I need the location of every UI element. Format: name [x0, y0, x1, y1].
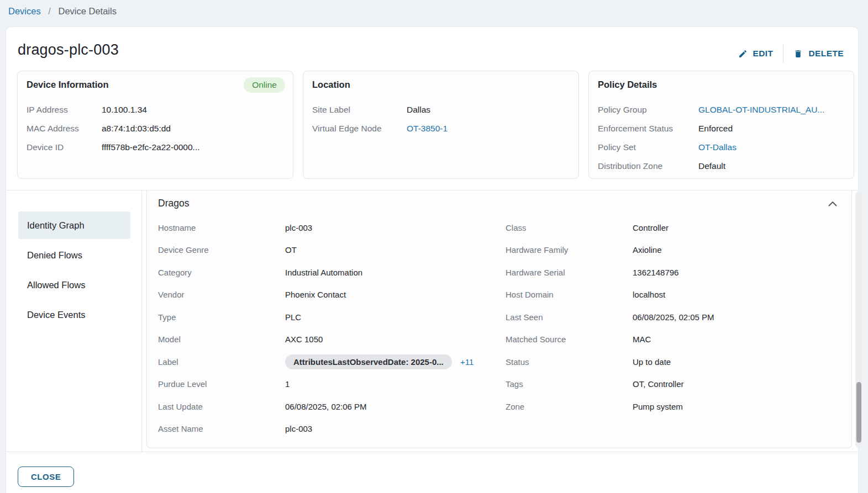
virtual-edge-node-link[interactable]: OT-3850-1	[407, 123, 448, 134]
edit-pencil-icon	[738, 49, 748, 59]
delete-button[interactable]: DELETE	[788, 45, 849, 62]
tab-section: Identity Graph Denied Flows Allowed Flow…	[6, 190, 858, 452]
field-value: OT, Controller	[633, 379, 684, 389]
card-title-location: Location	[312, 79, 570, 90]
field-value: plc-003	[285, 424, 312, 433]
field-status: Status Up to date	[506, 351, 840, 373]
policy-group-link[interactable]: GLOBAL-OT-INDUSTRIAL_AU...	[698, 104, 824, 115]
dragos-panel-header: Dragos	[147, 190, 851, 209]
field-label: Host Domain	[506, 290, 633, 299]
breadcrumb: Devices / Device Details	[8, 6, 117, 17]
field-host-domain: Host Domain localhost	[506, 284, 840, 306]
field-site-label: Site Label Dallas	[312, 104, 570, 115]
field-virtual-edge-node: Virtual Edge Node OT-3850-1	[312, 123, 570, 134]
breadcrumb-current: Device Details	[58, 6, 116, 16]
fields-column-left: Hostname plc-003 Device Genre OT Categor…	[158, 216, 506, 440]
field-category: Category Industrial Automation	[158, 261, 506, 284]
field-value: OT	[285, 245, 297, 255]
field-asset-name: Asset Name plc-003	[158, 418, 506, 441]
field-value: localhost	[633, 290, 665, 299]
field-value: 1362148796	[633, 268, 678, 277]
field-enforcement-status: Enforcement Status Enforced	[598, 123, 845, 134]
tab-denied-flows[interactable]: Denied Flows	[18, 241, 130, 269]
vertical-scrollbar-thumb[interactable]	[856, 382, 861, 443]
field-value: MAC	[633, 335, 651, 344]
policy-details-card: Policy Details Policy Group GLOBAL-OT-IN…	[588, 71, 854, 179]
field-label: Matched Source	[506, 335, 633, 344]
field-label: Asset Name	[158, 424, 285, 433]
field-value: PLC	[285, 312, 301, 322]
field-label: Hardware Family	[506, 245, 633, 255]
dragos-panel: Dragos Hostname plc-003 Device Genre OT	[146, 190, 852, 448]
field-last-update: Last Update 06/08/2025, 02:06 PM	[158, 395, 506, 418]
delete-trash-icon	[793, 49, 803, 59]
device-information-card: Device Information Online IP Address 10.…	[17, 71, 293, 179]
field-policy-set: Policy Set OT-Dallas	[598, 141, 845, 153]
field-value: 1	[285, 379, 290, 389]
field-value: Default	[698, 160, 725, 172]
field-label: Purdue Level	[158, 379, 285, 389]
location-card: Location Site Label Dallas Virtual Edge …	[303, 71, 579, 179]
field-label: Last Update	[158, 402, 285, 411]
status-badge: Online	[244, 77, 285, 93]
edit-button[interactable]: EDIT	[733, 45, 779, 62]
label-chip-more-link[interactable]: +11	[460, 357, 474, 367]
vertical-scrollbar-track	[855, 192, 862, 448]
edit-button-label: EDIT	[753, 49, 774, 59]
label-chip: AttributesLastObservedDate: 2025-0...	[285, 354, 452, 369]
field-label: Hardware Serial	[506, 268, 633, 277]
breadcrumb-separator: /	[48, 6, 51, 16]
field-label: Status	[506, 357, 633, 367]
field-label: Vendor	[158, 290, 285, 299]
dragos-panel-title: Dragos	[158, 198, 189, 209]
tab-identity-graph[interactable]: Identity Graph	[18, 211, 130, 239]
field-label: Type	[158, 312, 285, 322]
tab-device-events[interactable]: Device Events	[18, 301, 130, 328]
policy-set-link[interactable]: OT-Dallas	[698, 141, 737, 153]
field-label: Virtual Edge Node	[312, 123, 407, 134]
breadcrumb-devices-link[interactable]: Devices	[8, 6, 41, 16]
field-value: 06/08/2025, 02:06 PM	[285, 402, 367, 411]
page-title: dragos-plc-003	[18, 41, 119, 59]
field-value: 06/08/2025, 02:05 PM	[633, 312, 714, 322]
field-hostname: Hostname plc-003	[158, 216, 506, 239]
field-model: Model AXC 1050	[158, 328, 506, 351]
field-label: Label	[158, 357, 285, 367]
summary-cards-row: Device Information Online IP Address 10.…	[17, 71, 854, 179]
field-value: Industrial Automation	[285, 268, 362, 277]
field-value: Controller	[633, 223, 669, 232]
field-label: Model	[158, 335, 285, 344]
field-purdue-level: Purdue Level 1	[158, 373, 506, 396]
chevron-up-icon	[828, 200, 837, 208]
field-mac-address: MAC Address a8:74:1d:03:d5:dd	[27, 123, 284, 134]
device-details-card: dragos-plc-003 EDIT DELETE Device Inform…	[6, 26, 859, 493]
field-value: ffff578b-e2fc-2a22-0000...	[102, 141, 200, 153]
field-distribution-zone: Distribution Zone Default	[598, 160, 845, 172]
sidebar-tabs: Identity Graph Denied Flows Allowed Flow…	[6, 190, 142, 452]
field-label: Zone	[506, 402, 633, 411]
field-label: Device ID	[27, 141, 102, 153]
card-title-policy-details: Policy Details	[598, 79, 845, 90]
field-label: Policy Set	[598, 141, 698, 153]
field-label: Class	[506, 223, 633, 232]
dragos-fields-grid: Hostname plc-003 Device Genre OT Categor…	[147, 216, 851, 440]
collapse-button[interactable]	[827, 200, 838, 208]
field-label: Hostname	[158, 223, 285, 232]
field-last-seen: Last Seen 06/08/2025, 02:05 PM	[506, 306, 840, 328]
field-policy-group: Policy Group GLOBAL-OT-INDUSTRIAL_AU...	[598, 104, 845, 115]
field-value: Up to date	[633, 357, 671, 367]
field-hardware-family: Hardware Family Axioline	[506, 239, 840, 262]
field-label: Enforcement Status	[598, 123, 698, 134]
field-value: Axioline	[633, 245, 662, 255]
field-value: plc-003	[285, 223, 312, 232]
field-value: 10.100.1.34	[102, 104, 147, 115]
field-label: Policy Group	[598, 104, 698, 115]
field-label: Tags	[506, 379, 633, 389]
field-label: Distribution Zone	[598, 160, 698, 172]
field-type: Type PLC	[158, 306, 506, 328]
actions-divider	[783, 44, 783, 63]
close-button[interactable]: CLOSE	[18, 467, 74, 487]
field-label: Category	[158, 268, 285, 277]
field-tags: Tags OT, Controller	[506, 373, 840, 396]
tab-allowed-flows[interactable]: Allowed Flows	[18, 271, 130, 299]
